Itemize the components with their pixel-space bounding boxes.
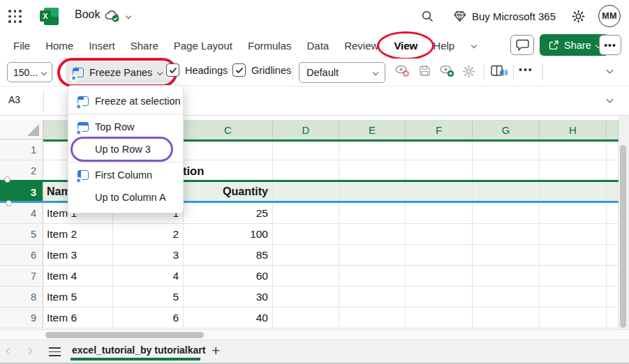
selection-handle-bottom[interactable] — [6, 200, 12, 206]
headings-checkbox[interactable] — [166, 63, 179, 77]
exit-sheet-view-icon[interactable] — [395, 65, 410, 77]
tab-review[interactable]: Review — [336, 40, 386, 52]
all-sheets-menu-icon[interactable] — [49, 347, 61, 356]
tab-formulas[interactable]: Formulas — [240, 40, 299, 52]
menu-item-freeze-at-selection[interactable]: * Freeze at selection — [68, 90, 183, 112]
tab-home[interactable]: Home — [38, 40, 81, 52]
cell-b8[interactable]: 5 — [113, 287, 184, 308]
settings-gear-icon[interactable] — [572, 10, 585, 23]
row-header-4[interactable]: 4 — [0, 203, 43, 224]
more-dots-icon: ••• — [519, 64, 533, 75]
selection-handle-top[interactable] — [4, 176, 10, 183]
tab-data[interactable]: Data — [299, 40, 337, 52]
horizontal-scrollbar-track — [0, 329, 629, 340]
row-header-1[interactable]: 1 — [0, 139, 43, 160]
next-sheet-chevron-icon[interactable] — [26, 348, 33, 355]
save-sheet-view-icon[interactable] — [419, 65, 431, 77]
row-header-6[interactable]: 6 — [0, 245, 43, 266]
active-sheet-underline — [71, 358, 200, 361]
cell-a5[interactable]: Item 2 — [43, 224, 113, 245]
cell-a8[interactable]: Item 5 — [43, 287, 113, 308]
tab-share[interactable]: Share — [123, 40, 166, 52]
gridlines-checkbox[interactable] — [232, 63, 246, 77]
gridlines-checkbox-group[interactable]: Gridlines — [232, 63, 291, 77]
view-ribbon-toolbar: 150... * Freeze Panes Headings Gridlines… — [0, 59, 629, 86]
column-header-h[interactable]: H — [540, 120, 607, 139]
row-header-9[interactable]: 9 — [0, 308, 43, 328]
vertical-scrollbar[interactable] — [620, 145, 626, 328]
name-box[interactable]: A3 — [8, 94, 20, 105]
buy-label: Buy Microsoft 365 — [472, 10, 556, 22]
freeze-panes-button[interactable]: * Freeze Panes — [66, 62, 169, 83]
toolbar-more-options-button[interactable]: ••• — [519, 64, 533, 75]
column-header-c[interactable]: C — [184, 120, 273, 139]
zoom-level-dropdown[interactable]: 150... — [7, 62, 52, 82]
tab-page-layout[interactable]: Page Layout — [166, 40, 240, 52]
account-avatar[interactable]: MM — [598, 5, 621, 27]
column-header-e[interactable]: E — [339, 120, 406, 139]
grid-row-8: 8 Item 5 5 30 — [0, 287, 619, 308]
headings-checkbox-group[interactable]: Headings — [166, 63, 228, 77]
menu-item-up-to-column-a[interactable]: Up to Column A — [68, 186, 183, 208]
toolbar-divider — [513, 64, 514, 81]
tab-file[interactable]: File — [6, 40, 38, 52]
app-launcher-icon[interactable] — [8, 10, 22, 24]
tab-insert[interactable]: Insert — [81, 40, 123, 52]
more-dots-icon: ••• — [604, 40, 616, 51]
menu-item-top-row[interactable]: * Top Row — [68, 116, 183, 138]
menu-item-first-column[interactable]: * First Column — [68, 164, 183, 186]
row-header-3-selected[interactable]: 3 — [0, 181, 43, 203]
title-dropdown-chevron-icon[interactable] — [126, 13, 131, 19]
row-header-8[interactable]: 8 — [0, 287, 43, 308]
row-header-5[interactable]: 5 — [0, 224, 43, 245]
headings-label: Headings — [185, 65, 228, 76]
horizontal-scrollbar[interactable] — [45, 332, 204, 338]
prev-sheet-chevron-icon[interactable] — [6, 348, 13, 355]
toolbar-divider — [484, 64, 484, 81]
zoom-chevron-icon — [41, 69, 47, 75]
cell-a6[interactable]: Item 3 — [43, 245, 113, 266]
cell-c3[interactable]: Quantity — [184, 181, 273, 203]
cell-c9[interactable]: 40 — [184, 308, 273, 328]
premium-diamond-icon — [453, 10, 466, 22]
cell-a9[interactable]: Item 6 — [43, 308, 113, 328]
freeze-at-selection-icon: * — [77, 96, 89, 106]
sheet-view-options-gear-icon[interactable] — [462, 65, 475, 78]
row-header-7[interactable]: 7 — [0, 266, 43, 287]
workbook-title[interactable]: Book — [75, 8, 100, 21]
add-sheet-button[interactable]: + — [212, 342, 220, 359]
sheet-view-dropdown[interactable]: Default — [299, 62, 385, 83]
new-sheet-view-icon[interactable] — [440, 65, 454, 77]
tab-help[interactable]: Help — [425, 40, 462, 52]
freeze-panes-icon: * — [73, 68, 84, 77]
expand-formula-bar-chevron-icon[interactable] — [607, 96, 614, 103]
saved-to-cloud-icon — [104, 9, 121, 23]
column-header-partial[interactable] — [607, 120, 619, 139]
select-all-corner[interactable] — [0, 120, 43, 139]
sheet-tab-active[interactable]: excel_tutorial_by tutorialkart — [72, 344, 205, 356]
ribbon-tabs-chevron-icon[interactable] — [471, 43, 477, 48]
cell-c8[interactable]: 30 — [184, 287, 273, 308]
buy-microsoft-365-button[interactable]: Buy Microsoft 365 — [453, 8, 556, 24]
column-header-g[interactable]: G — [473, 120, 540, 139]
cell-c5[interactable]: 100 — [184, 224, 273, 245]
cell-c6[interactable]: 85 — [184, 245, 273, 266]
navigation-pane-read-aloud-icon[interactable] — [491, 65, 508, 78]
cell-b5[interactable]: 2 — [113, 224, 184, 245]
cell-a7[interactable]: Item 4 — [43, 266, 113, 287]
column-header-d[interactable]: D — [273, 120, 339, 139]
cell-c7[interactable]: 60 — [184, 266, 273, 287]
menu-item-up-to-row-3[interactable]: Up to Row 3 — [68, 138, 183, 160]
share-button[interactable]: Share — [540, 34, 609, 56]
sheet-view-chevron-icon — [373, 70, 378, 75]
tab-view[interactable]: View — [386, 40, 425, 52]
cell-b7[interactable]: 4 — [113, 266, 184, 287]
search-icon[interactable] — [422, 10, 434, 22]
cell-b9[interactable]: 6 — [113, 308, 184, 328]
comments-button[interactable] — [510, 35, 534, 55]
collapse-ribbon-chevron-icon[interactable] — [607, 67, 614, 74]
cell-c4[interactable]: 25 — [184, 203, 273, 224]
cell-b6[interactable]: 3 — [113, 245, 184, 266]
ribbon-more-options-button[interactable]: ••• — [599, 35, 621, 55]
column-header-f[interactable]: F — [406, 120, 473, 139]
